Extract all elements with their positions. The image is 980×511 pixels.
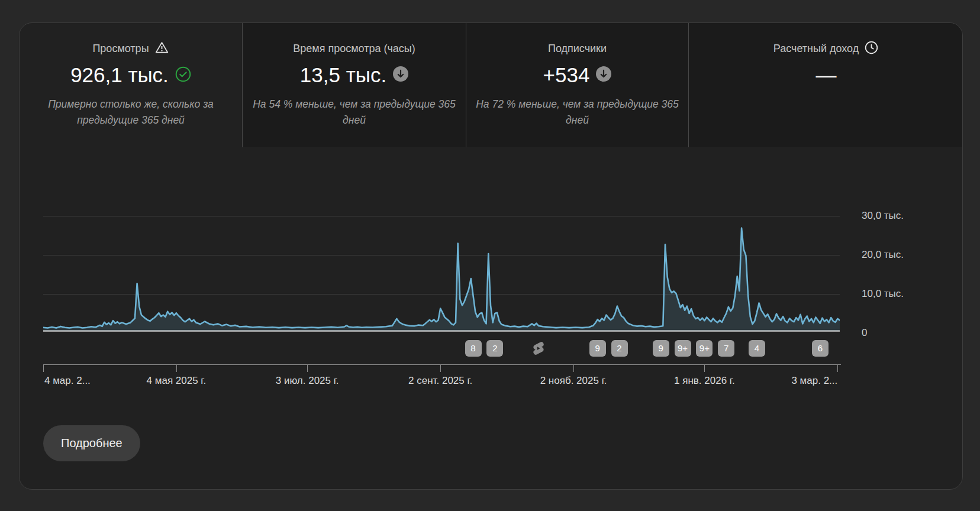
check-circle-icon [175,66,191,85]
x-axis-tick [837,364,838,372]
subscribers-subtitle: На 72 % меньше, чем за предыдущие 365 дн… [475,96,679,128]
x-axis-line [43,364,841,365]
tab-watch-time-title: Время просмотра (часы) [293,43,415,55]
revenue-value: — [816,63,837,87]
video-marker-badge[interactable]: 7 [718,340,734,357]
tab-revenue-title: Расчетный доход [773,43,859,55]
video-marker-badge[interactable]: 6 [812,340,829,357]
x-axis-tick [704,364,705,372]
video-marker-badge[interactable]: 9+ [696,340,713,357]
y-tick-label: 0 [862,327,867,339]
video-marker-badge[interactable]: 2 [611,340,628,357]
x-tick-label: 3 мар. 2... [791,375,837,387]
x-axis-tick [307,364,308,372]
tab-subscribers-title: Подписчики [548,43,607,55]
x-tick-label: 3 июл. 2025 г. [276,375,339,387]
x-axis-tick [573,364,574,372]
watch-time-value: 13,5 тыс. [300,63,386,87]
views-subtitle: Примерно столько же, сколько за предыдущ… [29,96,233,128]
tab-subscribers[interactable]: Подписчики +534 На 72 % меньше, чем за п… [466,23,688,147]
x-axis: 4 мар. 2... 4 мая 2025 г. 3 июл. 2025 г.… [43,364,841,412]
views-value: 926,1 тыс. [70,63,169,87]
chart-plot-area[interactable] [43,195,840,333]
watch-time-subtitle: На 54 % меньше, чем за предыдущие 365 дн… [252,96,456,128]
video-marker-badge[interactable]: 9 [589,340,606,357]
y-tick-label: 10,0 тыс. [862,288,904,300]
video-marker-row: 829299+9+746 [43,340,840,357]
y-tick-label: 20,0 тыс. [862,249,904,261]
x-tick-label: 2 нояб. 2025 г. [540,375,607,387]
x-axis-tick [176,364,177,372]
shorts-icon[interactable] [531,341,546,358]
clock-icon [864,40,879,57]
x-tick-label: 1 янв. 2026 г. [674,375,735,387]
video-marker-badge[interactable]: 4 [749,340,765,357]
details-button[interactable]: Подробнее [43,425,140,461]
video-marker-badge[interactable]: 9 [653,340,669,357]
down-circle-icon [393,66,408,84]
x-axis-tick [440,364,441,372]
metric-tabs: Просмотры 926,1 тыс. Примерно столько же… [20,23,962,147]
x-axis-tick [43,364,44,372]
down-circle-icon [596,66,611,84]
tab-revenue[interactable]: Расчетный доход — [688,23,963,147]
tab-watch-time[interactable]: Время просмотра (часы) 13,5 тыс. На 54 %… [242,23,466,147]
warning-icon[interactable] [154,40,169,57]
subscribers-value: +534 [543,63,590,87]
x-tick-label: 4 мар. 2... [44,375,91,387]
tab-views-title: Просмотры [92,43,149,55]
video-marker-badge[interactable]: 2 [486,340,503,357]
x-tick-label: 4 мая 2025 г. [147,375,207,387]
video-marker-badge[interactable]: 8 [465,340,482,357]
tab-views[interactable]: Просмотры 926,1 тыс. Примерно столько же… [20,23,242,147]
channel-analytics-panel: Просмотры 926,1 тыс. Примерно столько же… [19,22,963,490]
y-tick-label: 30,0 тыс. [862,210,904,222]
x-tick-label: 2 сент. 2025 г. [408,375,472,387]
video-marker-badge[interactable]: 9+ [675,340,691,357]
